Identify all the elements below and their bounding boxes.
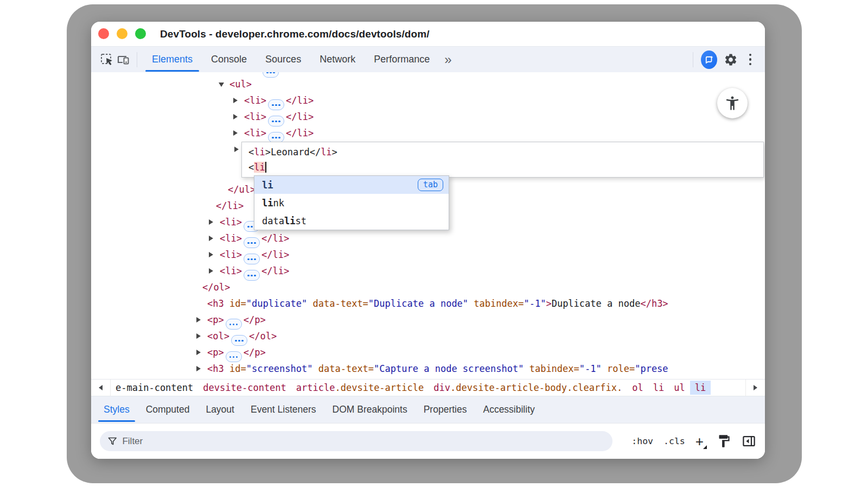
breadcrumb-item[interactable]: li <box>690 381 711 395</box>
code-token: </li> <box>286 128 314 138</box>
toggle-element-state-button[interactable]: :hov <box>631 436 653 446</box>
rendering-brush-icon[interactable] <box>717 434 731 448</box>
dom-tree-row[interactable]: <h3 id="duplicate" data-text="Duplicate … <box>91 295 765 312</box>
code-token: </li> <box>261 266 289 276</box>
dom-tree-row[interactable]: <li></li> <box>91 246 765 263</box>
dom-tree-row[interactable]: <li></li> <box>91 109 765 125</box>
code-token: </h3> <box>640 298 668 309</box>
expand-arrow-icon[interactable] <box>209 268 213 274</box>
expand-arrow-icon[interactable] <box>196 366 201 371</box>
ai-assistant-icon[interactable] <box>701 52 717 68</box>
code-token: <li> <box>244 95 266 106</box>
dom-tree-row[interactable]: <p></p> <box>91 312 765 328</box>
code-token: li <box>254 147 265 157</box>
minimize-window-button[interactable] <box>117 28 127 39</box>
crumb-scroll-right-icon[interactable] <box>745 380 765 396</box>
code-token: id= <box>224 298 246 309</box>
tab-accessibility[interactable]: Accessibility <box>475 396 542 423</box>
dom-edit-textbox[interactable]: <li>Leonard</li> <li <box>241 142 764 178</box>
autocomplete-item[interactable]: datalist <box>254 212 449 230</box>
expand-arrow-icon[interactable] <box>219 83 224 87</box>
crumb-part: li <box>695 382 706 393</box>
accessibility-floating-button[interactable] <box>717 88 748 118</box>
dom-tree-row[interactable]: </ol> <box>91 279 765 295</box>
overflow-chevrons-icon[interactable]: » <box>439 53 457 66</box>
dom-tree-row[interactable]: <li></li> <box>91 92 765 109</box>
breadcrumb-item[interactable]: article.devsite-article <box>291 381 429 395</box>
expand-arrow-icon[interactable] <box>209 236 213 241</box>
tab-layout[interactable]: Layout <box>197 396 242 423</box>
code-token: <li> <box>220 249 242 260</box>
settings-gear-icon[interactable] <box>723 52 739 68</box>
maximize-window-button[interactable] <box>135 28 146 39</box>
expand-arrow-icon[interactable] <box>209 252 213 257</box>
tab-network[interactable]: Network <box>310 47 365 72</box>
expand-arrow-icon[interactable] <box>233 98 238 103</box>
toolbar-tabs: ElementsConsoleSourcesNetworkPerformance <box>143 47 439 72</box>
ac-pre: data <box>262 216 284 226</box>
sidebar-toggle-icon[interactable] <box>742 434 756 448</box>
autocomplete-item[interactable]: link <box>254 194 449 212</box>
code-token: < <box>248 147 254 157</box>
code-token: </p> <box>244 314 266 325</box>
code-token: <li> <box>239 72 261 73</box>
expand-arrow-icon[interactable] <box>233 130 238 136</box>
dom-tree-row[interactable]: <ol></ol> <box>91 328 765 344</box>
tab-console[interactable]: Console <box>202 47 256 72</box>
breadcrumb-item[interactable]: devsite-content <box>198 381 291 395</box>
dom-tree-row[interactable]: <ul> <box>91 76 765 92</box>
code-token: <h3 <box>207 298 224 309</box>
dom-tree-row[interactable]: <li></li> <box>91 263 765 279</box>
crumb-part: li <box>653 382 664 393</box>
dom-tree-row[interactable]: <li></li> <box>91 125 765 141</box>
breadcrumb-item[interactable]: ul <box>669 381 690 395</box>
tab-computed[interactable]: Computed <box>138 396 198 423</box>
code-token: li <box>321 147 331 157</box>
edit-line-1: <li>Leonard</li> <box>248 144 763 160</box>
code-token: > <box>332 147 337 157</box>
toolbar-divider-right <box>693 52 693 67</box>
more-options-kebab-icon[interactable] <box>742 52 758 68</box>
code-token: "Capture a node screenshot" <box>374 363 524 374</box>
breadcrumb-item[interactable]: li <box>648 381 669 395</box>
accessibility-person-icon <box>724 95 741 111</box>
expand-arrow-icon[interactable] <box>234 147 239 152</box>
breadcrumb-item[interactable]: ol <box>627 381 648 395</box>
device-toolbar-icon[interactable] <box>115 52 131 68</box>
code-token: role= <box>602 363 635 374</box>
expand-arrow-icon[interactable] <box>209 219 213 225</box>
dom-tree-row[interactable]: <li></li> <box>91 230 765 246</box>
code-token: </ol> <box>249 331 277 342</box>
crumb-scroll-left-icon[interactable] <box>91 380 111 396</box>
styles-filter-pill[interactable] <box>100 431 612 451</box>
window-title: DevTools - developer.chrome.com/docs/dev… <box>160 28 430 40</box>
tab-styles[interactable]: Styles <box>95 396 138 423</box>
styles-filter-input[interactable] <box>122 436 605 447</box>
code-token: data-text= <box>307 298 368 309</box>
tab-properties[interactable]: Properties <box>416 396 475 423</box>
expand-arrow-icon[interactable] <box>196 350 201 355</box>
breadcrumb-item[interactable]: e-main-content <box>111 381 198 395</box>
tab-performance[interactable]: Performance <box>365 47 439 72</box>
expand-arrow-icon[interactable] <box>196 333 201 339</box>
dom-tree-row[interactable]: <li></li> <box>91 72 765 76</box>
expand-arrow-icon[interactable] <box>196 317 201 323</box>
tab-event-listeners[interactable]: Event Listeners <box>242 396 324 423</box>
dom-tree-row[interactable]: <p></p> <box>91 344 765 361</box>
tab-elements[interactable]: Elements <box>143 47 202 72</box>
close-window-button[interactable] <box>98 28 109 39</box>
element-classes-button[interactable]: .cls <box>663 436 685 446</box>
expand-arrow-icon[interactable] <box>233 114 238 119</box>
styles-filter-row: :hov .cls + <box>91 423 765 459</box>
tab-key-badge: tab <box>418 179 443 191</box>
tab-sources[interactable]: Sources <box>256 47 310 72</box>
autocomplete-item[interactable]: litab <box>254 176 449 194</box>
breadcrumb-item[interactable]: div.devsite-article-body.clearfix. <box>429 381 627 395</box>
code-token: tabindex= <box>524 363 579 374</box>
new-style-rule-plus-icon[interactable]: + <box>695 436 706 447</box>
toolbar-divider <box>137 52 137 67</box>
title-bar: DevTools - developer.chrome.com/docs/dev… <box>91 22 765 47</box>
inspect-element-icon[interactable] <box>99 52 115 68</box>
dom-tree-row[interactable]: <h3 id="screenshot" data-text="Capture a… <box>91 361 765 377</box>
tab-dom-breakpoints[interactable]: DOM Breakpoints <box>324 396 416 423</box>
